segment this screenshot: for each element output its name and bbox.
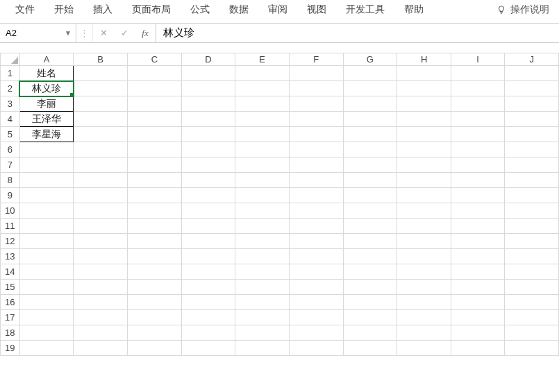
cell-J14[interactable]: [505, 264, 559, 280]
confirm-button[interactable]: ✓: [114, 24, 135, 42]
cell-E5[interactable]: [235, 127, 290, 142]
cell-E18[interactable]: [235, 325, 290, 341]
row-header-12[interactable]: 12: [1, 234, 20, 249]
cell-B9[interactable]: [74, 188, 128, 203]
cell-G12[interactable]: [343, 234, 397, 249]
cell-H15[interactable]: [397, 280, 451, 295]
cell-G18[interactable]: [343, 325, 397, 341]
cell-F18[interactable]: [289, 325, 343, 341]
cell-A16[interactable]: [19, 295, 74, 310]
cell-I3[interactable]: [451, 96, 504, 112]
cell-G6[interactable]: [343, 142, 397, 157]
cell-G14[interactable]: [343, 264, 397, 280]
tab-file[interactable]: 文件: [6, 1, 44, 19]
tab-view[interactable]: 视图: [297, 1, 336, 19]
row-header-8[interactable]: 8: [1, 173, 20, 188]
cell-B3[interactable]: [74, 96, 128, 112]
cell-A7[interactable]: [19, 157, 74, 173]
cell-J18[interactable]: [505, 325, 559, 341]
cell-J8[interactable]: [505, 173, 559, 188]
cell-I6[interactable]: [451, 142, 504, 157]
cell-D7[interactable]: [181, 157, 235, 173]
cell-J15[interactable]: [505, 280, 559, 295]
cell-H5[interactable]: [397, 127, 451, 142]
cell-G8[interactable]: [343, 173, 397, 188]
cell-F1[interactable]: [289, 66, 343, 81]
cell-D19[interactable]: [181, 341, 235, 356]
cell-E13[interactable]: [235, 249, 290, 264]
cell-H13[interactable]: [397, 249, 451, 264]
row-header-16[interactable]: 16: [1, 295, 20, 310]
cell-A18[interactable]: [19, 325, 74, 341]
row-header-14[interactable]: 14: [1, 264, 20, 280]
cell-B17[interactable]: [74, 310, 128, 325]
column-header-E[interactable]: E: [235, 53, 290, 66]
cell-C11[interactable]: [128, 219, 182, 234]
cell-I18[interactable]: [451, 325, 504, 341]
cell-G13[interactable]: [343, 249, 397, 264]
cell-H8[interactable]: [397, 173, 451, 188]
cell-D15[interactable]: [181, 280, 235, 295]
cell-E16[interactable]: [235, 295, 290, 310]
cell-E9[interactable]: [235, 188, 290, 203]
column-header-A[interactable]: A: [19, 53, 74, 66]
column-header-F[interactable]: F: [289, 53, 343, 66]
cell-J19[interactable]: [505, 341, 559, 356]
cell-J13[interactable]: [505, 249, 559, 264]
cell-J1[interactable]: [505, 66, 559, 81]
cell-H1[interactable]: [397, 66, 451, 81]
cell-I4[interactable]: [451, 112, 504, 127]
cell-E15[interactable]: [235, 280, 290, 295]
column-header-H[interactable]: H: [397, 53, 451, 66]
cell-I14[interactable]: [451, 264, 504, 280]
cell-F14[interactable]: [289, 264, 343, 280]
cell-A4[interactable]: 王泽华: [19, 112, 74, 127]
column-header-D[interactable]: D: [181, 53, 235, 66]
name-box-input[interactable]: [6, 28, 54, 38]
cell-B2[interactable]: [74, 81, 128, 96]
cell-G16[interactable]: [343, 295, 397, 310]
cell-C10[interactable]: [128, 203, 182, 219]
cell-G10[interactable]: [343, 203, 397, 219]
cell-B18[interactable]: [74, 325, 128, 341]
cell-C16[interactable]: [128, 295, 182, 310]
cell-F7[interactable]: [289, 157, 343, 173]
cell-J12[interactable]: [505, 234, 559, 249]
cell-B10[interactable]: [74, 203, 128, 219]
cell-H11[interactable]: [397, 219, 451, 234]
row-header-4[interactable]: 4: [1, 112, 20, 127]
cell-E17[interactable]: [235, 310, 290, 325]
cell-E1[interactable]: [235, 66, 290, 81]
cell-F4[interactable]: [289, 112, 343, 127]
cell-B14[interactable]: [74, 264, 128, 280]
cell-A10[interactable]: [19, 203, 74, 219]
cancel-button[interactable]: ✕: [93, 24, 114, 42]
cell-B8[interactable]: [74, 173, 128, 188]
cell-A2[interactable]: 林义珍: [19, 81, 74, 96]
cell-A19[interactable]: [19, 341, 74, 356]
row-header-2[interactable]: 2: [1, 81, 20, 96]
cell-C7[interactable]: [128, 157, 182, 173]
cell-E19[interactable]: [235, 341, 290, 356]
cell-D13[interactable]: [181, 249, 235, 264]
cell-E8[interactable]: [235, 173, 290, 188]
cell-D1[interactable]: [181, 66, 235, 81]
cell-E12[interactable]: [235, 234, 290, 249]
cell-C3[interactable]: [128, 96, 182, 112]
cell-H6[interactable]: [397, 142, 451, 157]
row-header-10[interactable]: 10: [1, 203, 20, 219]
cell-I8[interactable]: [451, 173, 504, 188]
cell-J2[interactable]: [505, 81, 559, 96]
cell-C13[interactable]: [128, 249, 182, 264]
cell-A11[interactable]: [19, 219, 74, 234]
cell-F13[interactable]: [289, 249, 343, 264]
cell-G9[interactable]: [343, 188, 397, 203]
cell-F11[interactable]: [289, 219, 343, 234]
cell-A15[interactable]: [19, 280, 74, 295]
cell-J4[interactable]: [505, 112, 559, 127]
column-header-C[interactable]: C: [128, 53, 182, 66]
cell-A1[interactable]: 姓名: [19, 66, 74, 81]
cell-D8[interactable]: [181, 173, 235, 188]
cell-C17[interactable]: [128, 310, 182, 325]
row-header-11[interactable]: 11: [1, 219, 20, 234]
